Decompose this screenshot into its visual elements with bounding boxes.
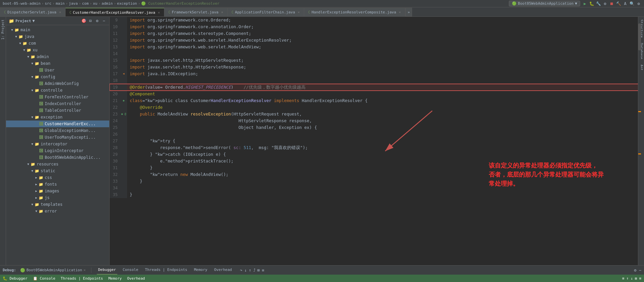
line-code[interactable]: import org.springframework.web.servlet.M… <box>127 44 261 50</box>
frames-icon[interactable]: ≡ <box>262 268 264 273</box>
status-debugger[interactable]: 🐛 Debugger <box>3 276 28 281</box>
line-code[interactable]: } <box>127 178 143 185</box>
tree-item-logininterceptor[interactable]: 🅲LoginInterceptor <box>6 147 109 154</box>
profile-button[interactable]: ⚙ <box>602 1 608 6</box>
tree-arrow[interactable]: ▼ <box>14 35 18 39</box>
scrollbar-track[interactable] <box>638 17 641 265</box>
tree-item-formtestcontroller[interactable]: 🅲FormTestController <box>6 94 109 100</box>
stop-button[interactable]: ⏹ <box>609 1 614 6</box>
breadcrumb-item-1[interactable]: boot-05-web-admin <box>3 1 41 6</box>
build-button[interactable]: 🔨 <box>616 1 621 6</box>
line-code[interactable]: @Order(value= Ordered.HIGHEST_PRECEDENCE… <box>127 84 306 91</box>
close-icon[interactable]: × <box>59 10 61 14</box>
breadcrumb-item-7[interactable]: admin <box>102 1 113 6</box>
tree-arrow[interactable] <box>34 82 38 86</box>
tree-arrow[interactable]: ▼ <box>30 115 34 119</box>
tree-item-user[interactable]: 🅲User <box>6 67 109 74</box>
status-icon-5[interactable]: ≡ <box>639 276 641 281</box>
close-icon[interactable]: × <box>221 10 223 14</box>
line-code[interactable]: Object handler, Exception ex) { <box>127 124 317 131</box>
line-code[interactable]: import java.io.IOException; <box>127 70 198 77</box>
line-code[interactable] <box>127 77 130 84</box>
tree-arrow[interactable]: ▼ <box>26 162 30 166</box>
locate-button[interactable]: 🎯 <box>81 18 86 23</box>
debug-tab-threads[interactable]: Threads | Endpoints <box>144 266 189 275</box>
line-code[interactable]: e."method">printStackTrace(); <box>127 158 234 164</box>
tree-item-main[interactable]: ▼📁main <box>6 27 109 33</box>
breadcrumb-item-2[interactable]: src <box>45 1 51 6</box>
status-icon-1[interactable]: ≡ <box>622 276 625 281</box>
tree-arrow[interactable] <box>34 68 38 72</box>
tree-arrow[interactable]: ▼ <box>22 48 26 52</box>
tree-arrow[interactable] <box>34 102 38 106</box>
breadcrumb-item-5[interactable]: com <box>82 1 89 6</box>
tree-arrow[interactable]: ▼ <box>30 202 34 206</box>
tree-arrow[interactable]: ▼ <box>30 61 34 65</box>
resume-icon[interactable]: ⤴ <box>253 268 255 273</box>
tree-arrow[interactable]: ▶ <box>34 196 38 200</box>
status-console[interactable]: 📋 Console <box>33 276 55 281</box>
line-code[interactable]: } <box>127 191 132 198</box>
debug-settings-icon[interactable]: ⚙ <box>634 268 636 273</box>
step-over-icon[interactable]: ↷ <box>240 268 242 273</box>
tree-item-admin[interactable]: ▼📁admin <box>6 53 109 60</box>
tree-item-config[interactable]: ▼📁config <box>6 74 109 80</box>
line-code[interactable] <box>127 131 130 138</box>
line-code[interactable]: import org.springframework.stereotype.Co… <box>127 30 251 37</box>
tree-arrow[interactable]: ▼ <box>10 28 14 32</box>
debug-tab-memory[interactable]: Memory <box>193 266 209 275</box>
tab-customer-handler[interactable]: C CustomerHandlerExceptionResolver.java … <box>66 8 164 16</box>
close-icon[interactable]: × <box>298 10 300 14</box>
tree-item-controlle[interactable]: ▼📁controlle <box>6 87 109 94</box>
scrollbar-thumb[interactable] <box>638 23 641 50</box>
breadcrumb-item-6[interactable]: xu <box>93 1 97 6</box>
tree-arrow[interactable]: ▼ <box>30 169 34 173</box>
coverage-button[interactable]: 🔧 <box>596 1 601 6</box>
tree-arrow[interactable]: ▼ <box>34 209 38 213</box>
tree-arrow[interactable] <box>34 135 38 139</box>
search-button[interactable]: 🔍 <box>629 1 635 6</box>
debug-tab-console[interactable]: Console <box>121 266 139 275</box>
run-button[interactable]: ▶ <box>582 1 588 6</box>
tree-arrow[interactable]: ▶ <box>34 176 38 180</box>
tree-item-error[interactable]: ▼📁error <box>6 208 109 215</box>
run-config[interactable]: 🟢 Boot05WebAdminApplication ▼ <box>509 1 580 6</box>
tree-item-static[interactable]: ▼📁static <box>6 168 109 174</box>
debug-tab-debugger[interactable]: Debugger <box>97 266 117 275</box>
tree-item-adminwebconfig[interactable]: 🅲AdminWebConfig <box>6 80 109 87</box>
tab-dispatcher-servlet[interactable]: C DispatcherServlet.java × <box>0 8 66 16</box>
line-code[interactable]: "kw">try { <box>127 138 175 144</box>
tab-framework-servlet[interactable]: C FrameworkServlet.java × <box>164 8 228 16</box>
line-code[interactable]: @Override <box>127 104 163 111</box>
line-code[interactable]: @Component <box>127 91 155 97</box>
tree-arrow[interactable]: ▶ <box>34 182 38 186</box>
line-code[interactable]: "kw">return new ModelAndView(); <box>127 171 229 178</box>
tree-item-images[interactable]: ▶📁images <box>6 188 109 194</box>
tree-arrow[interactable]: ▼ <box>30 75 34 79</box>
line-code[interactable]: public ModelAndView resolveException(Htt… <box>127 111 302 117</box>
line-code[interactable]: HttpServletResponse response, <box>127 117 312 124</box>
close-icon[interactable]: × <box>399 10 401 14</box>
status-icon-3[interactable]: ↓ <box>631 276 633 281</box>
breadcrumb-item-3[interactable]: main <box>56 1 65 6</box>
project-tab[interactable]: 1: Project <box>0 17 5 42</box>
status-overhead[interactable]: Overhead <box>127 276 145 281</box>
tree-item-css[interactable]: ▶📁css <box>6 174 109 181</box>
tree-arrow[interactable] <box>34 149 38 153</box>
debug-pin-icon[interactable]: − <box>639 268 641 273</box>
tree-arrow[interactable] <box>34 95 38 99</box>
tree-item-boot05webadminapplic---[interactable]: 🅱Boot05WebAdminApplic... <box>6 154 109 161</box>
line-code[interactable]: import javax.servlet.http.HttpServletRes… <box>127 64 246 70</box>
tree-arrow[interactable]: ▼ <box>30 142 34 146</box>
collapse-button[interactable]: ⊟ <box>88 18 93 23</box>
debug-button[interactable]: 🐛 <box>589 1 594 6</box>
status-icon-2[interactable]: ↑ <box>627 276 629 281</box>
translate-button[interactable]: A <box>622 1 628 6</box>
line-code[interactable]: } "kw">catch (IOException e) { <box>127 151 226 158</box>
tree-arrow[interactable]: ▼ <box>26 55 30 59</box>
tab-handler-resolver[interactable]: C HandlerExceptionResolverComposite.java… <box>304 8 405 16</box>
tree-item-customerhandlerexc---[interactable]: 🅲CustomerHandlerExc... <box>6 121 109 127</box>
line-code[interactable]: response."method">sendError( sc: 511, ms… <box>127 144 308 151</box>
line-code[interactable] <box>127 50 130 57</box>
tree-arrow[interactable]: ▼ <box>18 41 22 45</box>
